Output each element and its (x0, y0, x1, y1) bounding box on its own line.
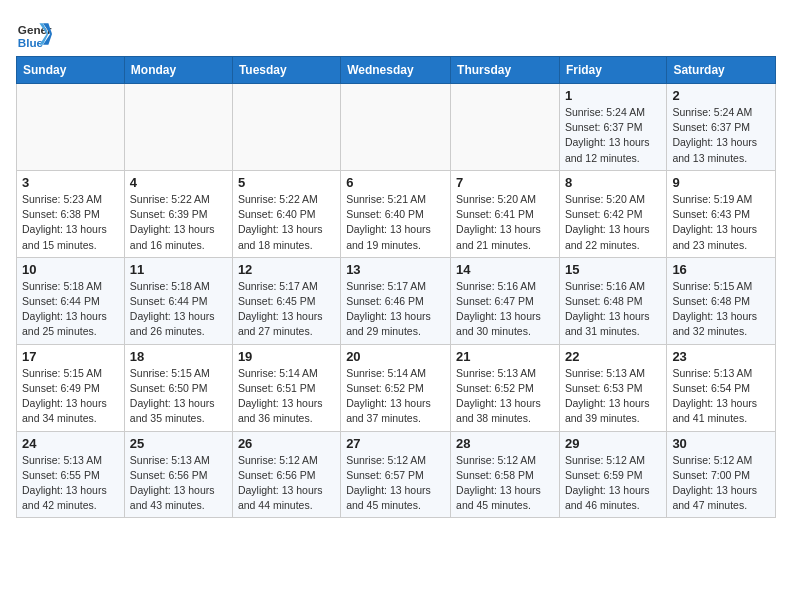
calendar-day-cell: 26Sunrise: 5:12 AM Sunset: 6:56 PM Dayli… (232, 431, 340, 518)
day-info: Sunrise: 5:17 AM Sunset: 6:45 PM Dayligh… (238, 279, 335, 340)
empty-day-cell (17, 84, 125, 171)
day-number: 12 (238, 262, 335, 277)
calendar-day-cell: 30Sunrise: 5:12 AM Sunset: 7:00 PM Dayli… (667, 431, 776, 518)
calendar-day-cell: 7Sunrise: 5:20 AM Sunset: 6:41 PM Daylig… (451, 170, 560, 257)
day-number: 7 (456, 175, 554, 190)
calendar-day-cell: 1Sunrise: 5:24 AM Sunset: 6:37 PM Daylig… (559, 84, 666, 171)
calendar-day-cell: 9Sunrise: 5:19 AM Sunset: 6:43 PM Daylig… (667, 170, 776, 257)
day-number: 17 (22, 349, 119, 364)
calendar-day-cell: 4Sunrise: 5:22 AM Sunset: 6:39 PM Daylig… (124, 170, 232, 257)
day-number: 22 (565, 349, 661, 364)
calendar-day-cell: 12Sunrise: 5:17 AM Sunset: 6:45 PM Dayli… (232, 257, 340, 344)
calendar-day-cell: 17Sunrise: 5:15 AM Sunset: 6:49 PM Dayli… (17, 344, 125, 431)
calendar-day-cell: 27Sunrise: 5:12 AM Sunset: 6:57 PM Dayli… (341, 431, 451, 518)
column-header-saturday: Saturday (667, 57, 776, 84)
day-info: Sunrise: 5:20 AM Sunset: 6:42 PM Dayligh… (565, 192, 661, 253)
day-number: 20 (346, 349, 445, 364)
day-info: Sunrise: 5:24 AM Sunset: 6:37 PM Dayligh… (565, 105, 661, 166)
day-info: Sunrise: 5:12 AM Sunset: 7:00 PM Dayligh… (672, 453, 770, 514)
calendar-day-cell: 23Sunrise: 5:13 AM Sunset: 6:54 PM Dayli… (667, 344, 776, 431)
calendar-day-cell: 13Sunrise: 5:17 AM Sunset: 6:46 PM Dayli… (341, 257, 451, 344)
day-info: Sunrise: 5:13 AM Sunset: 6:53 PM Dayligh… (565, 366, 661, 427)
calendar-table: SundayMondayTuesdayWednesdayThursdayFrid… (16, 56, 776, 518)
calendar-day-cell: 8Sunrise: 5:20 AM Sunset: 6:42 PM Daylig… (559, 170, 666, 257)
day-info: Sunrise: 5:22 AM Sunset: 6:40 PM Dayligh… (238, 192, 335, 253)
calendar-day-cell: 11Sunrise: 5:18 AM Sunset: 6:44 PM Dayli… (124, 257, 232, 344)
empty-day-cell (451, 84, 560, 171)
calendar-day-cell: 3Sunrise: 5:23 AM Sunset: 6:38 PM Daylig… (17, 170, 125, 257)
day-info: Sunrise: 5:24 AM Sunset: 6:37 PM Dayligh… (672, 105, 770, 166)
day-number: 11 (130, 262, 227, 277)
empty-day-cell (124, 84, 232, 171)
day-info: Sunrise: 5:12 AM Sunset: 6:56 PM Dayligh… (238, 453, 335, 514)
day-info: Sunrise: 5:22 AM Sunset: 6:39 PM Dayligh… (130, 192, 227, 253)
calendar-day-cell: 20Sunrise: 5:14 AM Sunset: 6:52 PM Dayli… (341, 344, 451, 431)
day-number: 5 (238, 175, 335, 190)
day-number: 1 (565, 88, 661, 103)
day-info: Sunrise: 5:18 AM Sunset: 6:44 PM Dayligh… (130, 279, 227, 340)
day-info: Sunrise: 5:14 AM Sunset: 6:52 PM Dayligh… (346, 366, 445, 427)
calendar-week-row: 10Sunrise: 5:18 AM Sunset: 6:44 PM Dayli… (17, 257, 776, 344)
day-info: Sunrise: 5:21 AM Sunset: 6:40 PM Dayligh… (346, 192, 445, 253)
day-number: 19 (238, 349, 335, 364)
day-info: Sunrise: 5:12 AM Sunset: 6:58 PM Dayligh… (456, 453, 554, 514)
day-info: Sunrise: 5:12 AM Sunset: 6:59 PM Dayligh… (565, 453, 661, 514)
day-info: Sunrise: 5:12 AM Sunset: 6:57 PM Dayligh… (346, 453, 445, 514)
day-number: 8 (565, 175, 661, 190)
empty-day-cell (341, 84, 451, 171)
calendar-day-cell: 22Sunrise: 5:13 AM Sunset: 6:53 PM Dayli… (559, 344, 666, 431)
day-number: 10 (22, 262, 119, 277)
svg-text:Blue: Blue (18, 36, 44, 49)
day-info: Sunrise: 5:23 AM Sunset: 6:38 PM Dayligh… (22, 192, 119, 253)
day-number: 27 (346, 436, 445, 451)
day-number: 2 (672, 88, 770, 103)
day-number: 4 (130, 175, 227, 190)
page-header: General Blue (16, 16, 776, 52)
day-number: 26 (238, 436, 335, 451)
day-number: 25 (130, 436, 227, 451)
day-number: 16 (672, 262, 770, 277)
calendar-week-row: 17Sunrise: 5:15 AM Sunset: 6:49 PM Dayli… (17, 344, 776, 431)
day-info: Sunrise: 5:13 AM Sunset: 6:55 PM Dayligh… (22, 453, 119, 514)
day-info: Sunrise: 5:20 AM Sunset: 6:41 PM Dayligh… (456, 192, 554, 253)
calendar-day-cell: 19Sunrise: 5:14 AM Sunset: 6:51 PM Dayli… (232, 344, 340, 431)
calendar-day-cell: 10Sunrise: 5:18 AM Sunset: 6:44 PM Dayli… (17, 257, 125, 344)
day-number: 13 (346, 262, 445, 277)
day-number: 23 (672, 349, 770, 364)
empty-day-cell (232, 84, 340, 171)
calendar-week-row: 3Sunrise: 5:23 AM Sunset: 6:38 PM Daylig… (17, 170, 776, 257)
day-number: 30 (672, 436, 770, 451)
calendar-day-cell: 15Sunrise: 5:16 AM Sunset: 6:48 PM Dayli… (559, 257, 666, 344)
day-info: Sunrise: 5:13 AM Sunset: 6:54 PM Dayligh… (672, 366, 770, 427)
day-info: Sunrise: 5:17 AM Sunset: 6:46 PM Dayligh… (346, 279, 445, 340)
calendar-day-cell: 21Sunrise: 5:13 AM Sunset: 6:52 PM Dayli… (451, 344, 560, 431)
day-info: Sunrise: 5:13 AM Sunset: 6:56 PM Dayligh… (130, 453, 227, 514)
column-header-thursday: Thursday (451, 57, 560, 84)
calendar-week-row: 1Sunrise: 5:24 AM Sunset: 6:37 PM Daylig… (17, 84, 776, 171)
day-info: Sunrise: 5:13 AM Sunset: 6:52 PM Dayligh… (456, 366, 554, 427)
column-header-wednesday: Wednesday (341, 57, 451, 84)
day-number: 21 (456, 349, 554, 364)
column-header-monday: Monday (124, 57, 232, 84)
day-number: 14 (456, 262, 554, 277)
day-info: Sunrise: 5:16 AM Sunset: 6:48 PM Dayligh… (565, 279, 661, 340)
calendar-day-cell: 18Sunrise: 5:15 AM Sunset: 6:50 PM Dayli… (124, 344, 232, 431)
day-info: Sunrise: 5:15 AM Sunset: 6:50 PM Dayligh… (130, 366, 227, 427)
day-number: 24 (22, 436, 119, 451)
day-number: 28 (456, 436, 554, 451)
column-header-sunday: Sunday (17, 57, 125, 84)
calendar-header-row: SundayMondayTuesdayWednesdayThursdayFrid… (17, 57, 776, 84)
day-info: Sunrise: 5:19 AM Sunset: 6:43 PM Dayligh… (672, 192, 770, 253)
day-info: Sunrise: 5:15 AM Sunset: 6:49 PM Dayligh… (22, 366, 119, 427)
day-number: 15 (565, 262, 661, 277)
day-number: 9 (672, 175, 770, 190)
calendar-day-cell: 29Sunrise: 5:12 AM Sunset: 6:59 PM Dayli… (559, 431, 666, 518)
calendar-day-cell: 28Sunrise: 5:12 AM Sunset: 6:58 PM Dayli… (451, 431, 560, 518)
column-header-tuesday: Tuesday (232, 57, 340, 84)
calendar-day-cell: 5Sunrise: 5:22 AM Sunset: 6:40 PM Daylig… (232, 170, 340, 257)
day-number: 6 (346, 175, 445, 190)
logo-icon: General Blue (16, 16, 52, 52)
day-number: 29 (565, 436, 661, 451)
calendar-week-row: 24Sunrise: 5:13 AM Sunset: 6:55 PM Dayli… (17, 431, 776, 518)
logo: General Blue (16, 16, 56, 52)
